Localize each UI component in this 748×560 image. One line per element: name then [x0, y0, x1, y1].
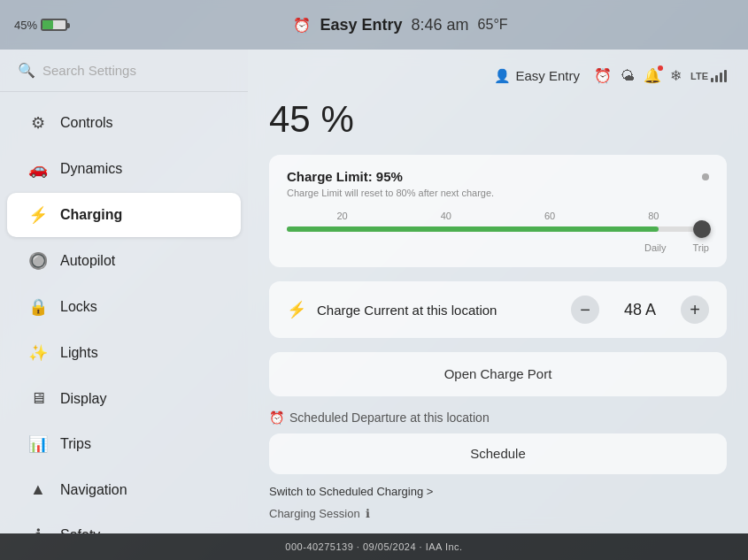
charge-current-card: ⚡ Charge Current at this location − 48 A…	[269, 281, 727, 338]
display-icon: 🖥	[28, 389, 48, 408]
search-placeholder: Search Settings	[42, 63, 136, 78]
lights-label: Lights	[60, 345, 98, 361]
sidebar-item-autopilot[interactable]: 🔘 Autopilot	[7, 239, 241, 283]
controls-label: Controls	[60, 115, 113, 131]
topbar-user: 👤 Easy Entry	[494, 68, 581, 84]
status-temp: 65°F	[478, 17, 508, 33]
charging-session-row: Charging Session ℹ	[269, 507, 727, 520]
sidebar-item-charging[interactable]: ⚡ Charging	[7, 193, 241, 237]
topbar-icons: ⏰ 🌤 🔔 ❄ LTE	[594, 67, 727, 84]
sidebar-item-safety[interactable]: ℹ Safety	[7, 513, 241, 533]
status-bar: 45% ⏰ Easy Entry 8:46 am 65°F	[0, 0, 748, 50]
user-icon: 👤	[494, 68, 511, 84]
sidebar-item-navigation[interactable]: ▲ Navigation	[7, 468, 241, 511]
nav-items: ⚙ Controls 🚗 Dynamics ⚡ Charging 🔘 Autop…	[0, 92, 248, 533]
sidebar-item-trips[interactable]: 📊 Trips	[7, 422, 241, 466]
slider-label-80: 80	[648, 211, 659, 221]
info-icon: ℹ	[366, 507, 370, 520]
signal-bar-4	[724, 70, 727, 82]
locks-icon: 🔒	[28, 297, 48, 317]
controls-icon: ⚙	[28, 113, 48, 133]
slider-label-20: 20	[337, 211, 348, 221]
clock-small-icon: ⏰	[269, 410, 284, 425]
slider-daily-label: Daily	[644, 242, 666, 253]
scheduled-departure-section: ⏰ Scheduled Departure at this location S…	[269, 410, 727, 520]
scheduled-title: ⏰ Scheduled Departure at this location	[269, 410, 727, 425]
battery-indicator: 45%	[14, 19, 67, 32]
safety-icon: ℹ	[28, 525, 48, 533]
navigation-icon: ▲	[28, 480, 48, 499]
slider-labels: 20 40 60 80	[287, 211, 709, 221]
dynamics-label: Dynamics	[60, 161, 122, 177]
slider-thumb[interactable]	[693, 220, 711, 238]
search-icon: 🔍	[18, 62, 35, 79]
display-label: Display	[60, 391, 106, 407]
status-time: 8:46 am	[412, 16, 469, 35]
open-charge-port-button[interactable]: Open Charge Port	[269, 352, 727, 396]
charge-percent-display: 45 %	[269, 98, 727, 141]
clock-icon: ⏰	[594, 67, 612, 84]
slider-track[interactable]	[287, 226, 709, 232]
sidebar-item-controls[interactable]: ⚙ Controls	[7, 101, 241, 145]
user-label: Easy Entry	[516, 68, 581, 83]
safety-label: Safety	[60, 527, 100, 533]
charge-current-right: − 48 A +	[571, 295, 709, 324]
sidebar: 🔍 Search Settings ⚙ Controls 🚗 Dynamics …	[0, 50, 248, 533]
switch-link[interactable]: Switch to Scheduled Charging >	[269, 485, 727, 498]
charge-limit-card: Charge Limit: 95% Charge Limit will rese…	[269, 155, 727, 267]
charging-icon: ⚡	[28, 205, 48, 225]
bell-icon: 🔔	[644, 67, 661, 84]
battery-percent: 45%	[14, 19, 37, 32]
trips-icon: 📊	[28, 434, 48, 454]
lights-icon: ✨	[28, 343, 48, 363]
weather-icon: 🌤	[621, 68, 635, 84]
slider-sublabels: Daily Trip	[287, 242, 709, 253]
decrease-charge-button[interactable]: −	[571, 295, 599, 324]
charge-current-value: 48 A	[613, 301, 667, 319]
slider-label-60: 60	[544, 211, 555, 221]
alarm-icon: ⏰	[293, 17, 311, 34]
charge-limit-title: Charge Limit: 95%	[287, 169, 403, 184]
charge-limit-header: Charge Limit: 95%	[287, 169, 709, 184]
charge-limit-subtitle: Charge Limit will reset to 80% after nex…	[287, 188, 709, 198]
charge-current-icon: ⚡	[287, 300, 306, 319]
sidebar-item-display[interactable]: 🖥 Display	[7, 377, 241, 420]
sidebar-item-locks[interactable]: 🔒 Locks	[7, 285, 241, 329]
battery-fill	[42, 20, 53, 29]
open-charge-port-label: Open Charge Port	[444, 366, 552, 381]
sidebar-item-lights[interactable]: ✨ Lights	[7, 331, 241, 375]
signal-group: LTE	[690, 70, 727, 82]
main-container: 🔍 Search Settings ⚙ Controls 🚗 Dynamics …	[0, 50, 748, 533]
charge-current-left: ⚡ Charge Current at this location	[287, 300, 497, 319]
charge-current-label: Charge Current at this location	[317, 303, 497, 318]
autopilot-icon: 🔘	[28, 251, 48, 271]
content-panel: 👤 Easy Entry ⏰ 🌤 🔔 ❄ LTE	[248, 50, 748, 533]
sidebar-item-dynamics[interactable]: 🚗 Dynamics	[7, 147, 241, 191]
dynamics-icon: 🚗	[28, 159, 48, 179]
signal-bar-2	[715, 75, 718, 82]
charge-limit-dot	[702, 173, 709, 180]
charging-session-label: Charging Session	[269, 507, 360, 520]
slider-label-40: 40	[441, 211, 451, 221]
status-bar-left: 45%	[14, 19, 67, 32]
content-topbar: 👤 Easy Entry ⏰ 🌤 🔔 ❄ LTE	[269, 67, 727, 84]
signal-bar-1	[711, 78, 713, 82]
minus-icon: −	[580, 300, 590, 320]
schedule-button[interactable]: Schedule	[269, 433, 727, 474]
status-title: Easy Entry	[320, 16, 402, 35]
battery-bar	[41, 19, 67, 31]
autopilot-label: Autopilot	[60, 253, 115, 269]
bottom-bar: 000-40275139 · 09/05/2024 · IAA Inc.	[0, 533, 748, 560]
plus-icon: +	[690, 300, 700, 320]
trips-label: Trips	[60, 436, 91, 452]
status-center: ⏰ Easy Entry 8:46 am 65°F	[67, 16, 734, 35]
search-bar[interactable]: 🔍 Search Settings	[0, 50, 248, 92]
lte-label: LTE	[690, 71, 708, 81]
increase-charge-button[interactable]: +	[681, 295, 709, 324]
slider-trip-label: Trip	[692, 242, 709, 253]
navigation-label: Navigation	[60, 482, 127, 498]
bottom-bar-text: 000-40275139 · 09/05/2024 · IAA Inc.	[285, 541, 462, 552]
scheduled-departure-text: Scheduled Departure at this location	[289, 410, 490, 425]
signal-bars	[711, 70, 727, 82]
bluetooth-icon: ❄	[670, 67, 682, 84]
